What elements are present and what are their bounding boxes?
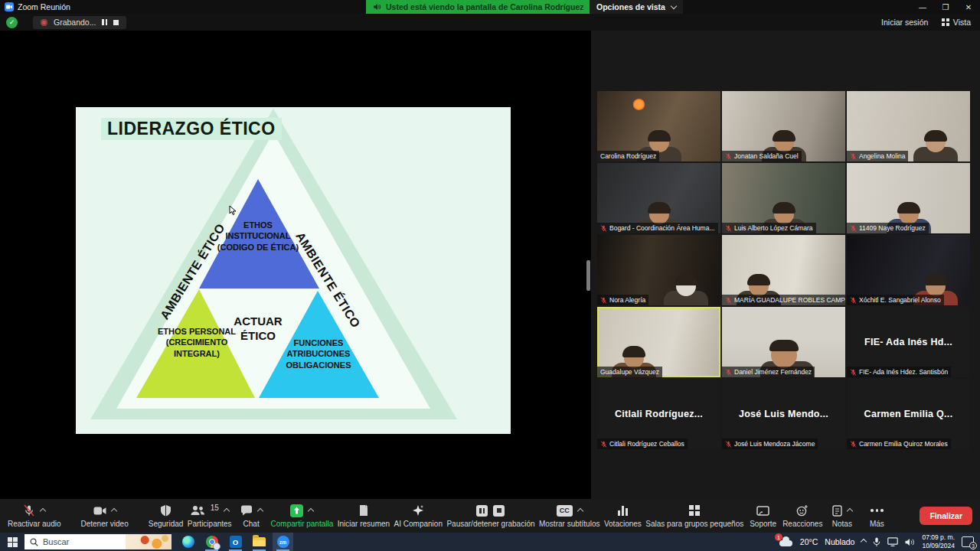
unmute-audio-button[interactable]: Reactivar audio (8, 499, 60, 533)
video-camera-icon (93, 506, 106, 516)
chevron-up-icon[interactable] (110, 508, 116, 514)
participant-tile-camera-off[interactable]: Carmen Emilia Q... Carmen Emilia Quiroz … (847, 379, 970, 449)
taskbar-apps: O zm (178, 533, 293, 551)
toolbar-label: Salas para grupos pequeños (645, 520, 743, 528)
view-button[interactable]: Vista (942, 18, 971, 27)
participant-tile[interactable]: Jonatan Saldaña Cuel (722, 91, 845, 161)
tray-display-icon[interactable] (887, 537, 898, 546)
outlook-taskbar-icon[interactable]: O (225, 533, 246, 551)
meeting-toolbar: Reactivar audio Detener video Seguridad … (0, 499, 980, 533)
participant-tile-camera-off[interactable]: José Luis Mendo... José Luis Mendoza Jác… (722, 379, 845, 449)
polls-button[interactable]: Votaciones (604, 499, 642, 533)
share-screen-button[interactable]: Compartir pantalla (271, 499, 334, 533)
window-controls: — ❐ ✕ (911, 0, 980, 14)
chevron-up-icon[interactable] (847, 508, 853, 514)
weather-temperature[interactable]: 20°C (800, 537, 818, 546)
tray-time: 07:09 p. m. (922, 533, 955, 541)
chat-bubble-icon (240, 505, 253, 516)
view-options-label: Opciones de vista (596, 2, 665, 11)
participant-tile[interactable]: Carolina Rodríguez (597, 91, 720, 161)
start-summary-button[interactable]: Iniciar resumen (338, 499, 390, 533)
participant-tile[interactable]: Bogard - Coordinación Área Huma... (597, 163, 720, 233)
start-button[interactable] (0, 533, 24, 551)
tray-mic-icon[interactable] (873, 537, 880, 547)
participants-icon (191, 505, 205, 516)
tray-volume-icon[interactable] (905, 538, 915, 546)
notes-button[interactable]: Notas (827, 499, 858, 533)
security-button[interactable]: Seguridad (149, 499, 184, 533)
screen-share-banner: Usted está viendo la pantalla de Carolin… (366, 0, 591, 14)
maximize-button[interactable]: ❐ (934, 0, 957, 14)
toolbar-label: Reactivar audio (8, 520, 60, 528)
action-center-icon[interactable]: 3 (962, 536, 974, 547)
muted-mic-icon (725, 441, 732, 448)
meeting-info-bar: ✓ Grabando... Iniciar sesión Vista (0, 14, 980, 31)
participants-button[interactable]: 15 Participantes (188, 499, 232, 533)
view-options-button[interactable]: Opciones de vista (590, 0, 683, 14)
participant-tile-camera-off[interactable]: FIE- Ada Inés Hd... FIE- Ada Inés Hdez. … (847, 307, 970, 377)
participant-tile-camera-off[interactable]: Citlali Rodríguez... Citlali Rodríguez C… (597, 379, 720, 449)
participant-tile[interactable]: Angelina Molina (847, 91, 970, 161)
participant-gallery: Carolina Rodríguez Jonatan Saldaña Cuel … (597, 91, 970, 449)
toolbar-label: AI Companion (394, 520, 443, 528)
chevron-up-icon[interactable] (308, 508, 314, 514)
clock[interactable]: 07:09 p. m. 10/09/2024 (922, 533, 955, 549)
stop-video-button[interactable]: Detener video (80, 499, 128, 533)
chevron-up-icon[interactable] (256, 508, 263, 514)
muted-mic-icon (725, 225, 732, 232)
shield-icon (160, 504, 172, 517)
stop-recording-button[interactable] (113, 20, 119, 25)
gallery-view-icon (942, 18, 949, 26)
muted-mic-icon (600, 225, 607, 232)
show-captions-button[interactable]: CC Mostrar subtítulos (539, 499, 599, 533)
toolbar-label: Reacciones (782, 520, 822, 528)
participant-name: Guadalupe Vázquez (600, 368, 659, 376)
reactions-button[interactable]: Reacciones (782, 499, 822, 533)
breakout-rooms-button[interactable]: Salas para grupos pequeños (645, 499, 743, 533)
end-meeting-button[interactable]: Finalizar (920, 507, 972, 525)
file-explorer-taskbar-icon[interactable] (249, 533, 270, 551)
participant-name: José Luis Mendoza Jácome (734, 440, 815, 448)
panel-resize-handle[interactable] (586, 260, 590, 291)
meeting-bar-right: Iniciar sesión Vista (881, 18, 971, 27)
signin-link[interactable]: Iniciar sesión (881, 18, 928, 27)
muted-mic-icon (850, 153, 857, 160)
chevron-up-icon[interactable] (40, 508, 46, 514)
weather-condition[interactable]: Nublado (825, 537, 854, 546)
pause-recording-icon[interactable] (476, 505, 488, 517)
participants-count: 15 (211, 504, 219, 512)
edge-taskbar-icon[interactable] (178, 533, 198, 551)
chevron-up-icon[interactable] (577, 508, 583, 514)
more-button[interactable]: Más (861, 499, 892, 533)
tray-expand-icon[interactable] (861, 539, 867, 545)
participant-tile[interactable]: Xóchitl E. Sangabriel Alonso (847, 235, 970, 305)
pause-stop-recording-button[interactable]: Pausar/detener grabación (446, 499, 534, 533)
search-box[interactable]: Buscar (24, 534, 172, 549)
encryption-shield-icon[interactable]: ✓ (6, 17, 18, 28)
chevron-up-icon[interactable] (224, 508, 230, 514)
participant-tile-active-speaker[interactable]: Guadalupe Vázquez (597, 307, 720, 377)
participant-tile[interactable]: 11409 Naye Rodríguez (847, 163, 970, 233)
chrome-taskbar-icon[interactable] (201, 533, 222, 551)
zoom-taskbar-icon[interactable]: zm (273, 533, 293, 551)
weather-icon[interactable]: 1 (778, 536, 793, 547)
participant-name: Xóchitl E. Sangabriel Alonso (859, 296, 941, 304)
ai-companion-button[interactable]: AI Companion (394, 499, 443, 533)
label-funciones: FUNCIONES ATRIBUCIONES OBLIGACIONES (278, 337, 359, 370)
participant-tile[interactable]: Daniel Jiménez Fernández (722, 307, 845, 377)
minimize-button[interactable]: — (911, 0, 934, 14)
participant-tile[interactable]: Luis Alberto López Cámara (722, 163, 845, 233)
chat-button[interactable]: Chat (236, 499, 266, 533)
pause-recording-button[interactable] (102, 19, 107, 25)
close-button[interactable]: ✕ (957, 0, 980, 14)
stop-recording-icon[interactable] (493, 505, 505, 517)
decor-flower (632, 99, 645, 110)
support-button[interactable]: Soporte (748, 499, 779, 533)
participant-tile[interactable]: MARÍA GUADALUPE ROBLES CAMP... (722, 235, 845, 305)
muted-mic-icon (600, 441, 607, 448)
participant-name: Carolina Rodríguez (600, 152, 656, 160)
toolbar-label: Iniciar resumen (338, 520, 390, 528)
participant-tile[interactable]: Nora Alegría (597, 235, 720, 305)
toolbar-label: Participantes (188, 520, 232, 528)
muted-mic-icon (850, 297, 857, 304)
